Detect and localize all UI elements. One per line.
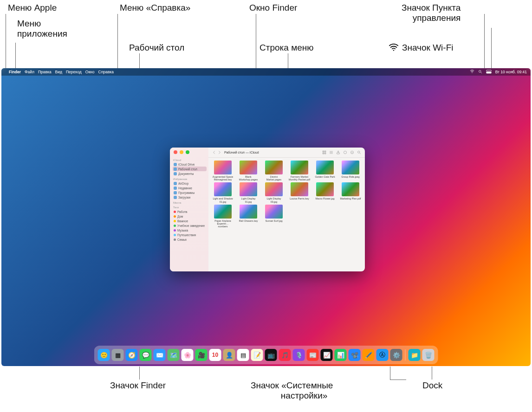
dock-keynote-icon[interactable]: 📽️ [349,349,361,361]
dock-finder-icon[interactable]: 🙂 [98,349,110,361]
dock-music-icon[interactable]: 🎵 [279,349,291,361]
file-item[interactable]: Macro Flower.jpg [314,182,336,203]
file-item[interactable]: Augmented Space Reimagined.key [212,161,234,181]
dock-appstore-icon[interactable]: Ⓐ [376,349,389,361]
tag-important[interactable]: Важное [173,219,207,223]
dock-stocks-icon[interactable]: 📈 [321,349,333,361]
dock-reminders-icon[interactable]: ▤ [237,349,249,361]
file-item[interactable]: Farmers Market Monthly Packet.pdf [289,161,310,181]
dock-trash-icon[interactable]: 🗑️ [422,349,435,361]
airdrop-row[interactable]: AirDrop [173,181,207,186]
dock-pages-icon[interactable]: 🖊️ [363,349,375,361]
app-menu[interactable]: Finder [9,70,21,74]
tag-family[interactable]: Семья [173,237,207,242]
action-button[interactable] [350,150,354,155]
callout-wifi-icon: Значок Wi-Fi [402,43,453,53]
file-name: Light Display 03.jpg [263,197,285,203]
menu-view[interactable]: Вид [55,70,62,74]
menu-file[interactable]: Файл [25,70,34,74]
close-button[interactable] [174,150,177,154]
file-thumbnail [214,182,232,196]
recents-row[interactable]: Недавние [173,186,207,190]
dock-calendar-icon[interactable]: 10 [209,349,221,361]
file-item[interactable]: Rail Chasers.key [238,205,259,228]
dock-photos-icon[interactable]: 🌸 [182,349,194,361]
window-controls[interactable] [174,150,189,154]
dock-messages-icon[interactable]: 💬 [140,349,152,361]
dock-numbers-icon[interactable]: 📊 [335,349,347,361]
file-item[interactable]: Sunset Surf.jpg [263,205,285,228]
file-item[interactable]: Paper Airplane Experim…numbers [212,205,234,228]
sidebar-item-label: Работа [177,210,187,213]
file-item[interactable]: Light Display 03.jpg [263,182,285,203]
tag-travel[interactable]: Путешествия [173,232,207,237]
svg-point-0 [393,50,394,51]
file-name: Golden Gate Park [314,175,336,178]
file-name: Marketing Plan.pdf [340,197,361,200]
menubar-clock[interactable]: Вт 10 нояб. 09:41 [495,70,527,74]
svg-rect-5 [486,72,491,73]
file-item[interactable]: Marketing Plan.pdf [340,182,361,203]
sidebar-item-label: AirDrop [178,182,188,185]
file-name: Group Ride.jpeg [340,175,361,178]
file-item[interactable]: Golden Gate Park [314,161,336,181]
menu-edit[interactable]: Правка [38,70,52,74]
menu-window[interactable]: Окно [85,70,95,74]
file-item[interactable]: Group Ride.jpeg [340,161,361,181]
menu-go[interactable]: Переход [66,70,82,74]
finder-window[interactable]: iCloudiCloud DriveРабочий столДокументыИ… [170,148,365,271]
view-icons-button[interactable] [322,150,326,155]
desktop-row[interactable]: Рабочий стол [173,167,207,171]
dock-downloads-icon[interactable]: 📁 [409,349,421,361]
minimize-button[interactable] [180,150,183,154]
zoom-button[interactable] [186,150,189,154]
file-name: Light and Shadow 01.jpg [212,197,234,203]
file-thumbnail [240,182,257,196]
share-button[interactable] [336,150,340,155]
downloads-row[interactable]: Загрузки [173,195,207,200]
dock-news-icon[interactable]: 📰 [307,349,319,361]
dock-podcasts-icon[interactable]: 🎙️ [293,349,305,361]
view-groups-button[interactable] [329,150,333,155]
file-thumbnail [214,205,232,219]
dock-notes-icon[interactable]: 📝 [251,349,263,361]
nav-fwd-button[interactable] [217,150,221,155]
dock-facetime-icon[interactable]: 🎥 [195,349,208,361]
menu-help[interactable]: Справка [98,70,114,74]
documents-row[interactable]: Документы [173,171,207,176]
file-item[interactable]: Louisa Parris.key [289,182,310,203]
svg-point-1 [472,72,472,73]
control-center-icon[interactable] [486,70,492,75]
file-item[interactable]: Light Display 01.jpg [238,182,259,203]
sidebar-section-label: Места [173,201,207,204]
spotlight-icon[interactable] [478,70,482,75]
dock-contacts-icon[interactable]: 👤 [223,349,235,361]
nav-back-button[interactable] [212,150,216,155]
file-item[interactable]: District Market.pages [263,161,285,181]
file-name: Sunset Surf.jpg [263,219,285,222]
callout-finder-window: Окно Finder [249,3,297,13]
wifi-icon[interactable] [470,69,474,75]
tag-work[interactable]: Работа [173,209,207,214]
icloud-drive-row[interactable]: iCloud Drive [173,162,207,167]
dock-safari-icon[interactable]: 🧭 [126,349,138,361]
dock-system-preferences-icon[interactable]: ⚙️ [390,349,402,361]
dock-launchpad-icon[interactable]: ▦ [112,349,124,361]
tag-music[interactable]: Музыка [173,228,207,232]
svg-point-16 [358,151,360,153]
file-thumbnail [291,161,308,174]
dock-tv-icon[interactable]: 📺 [265,349,277,361]
apps-row[interactable]: Программы [173,190,207,195]
file-item[interactable]: Blank Workshop.pages [238,161,259,181]
dock-maps-icon[interactable]: 🗺️ [168,349,180,361]
search-button[interactable] [357,150,361,155]
tag-school[interactable]: Учебное заведение [173,223,207,228]
tags-button[interactable] [343,150,347,155]
dock-mail-icon[interactable]: ✉️ [154,349,166,361]
file-name: Louisa Parris.key [289,197,310,200]
callout-help-menu: Меню «Справка» [120,3,190,13]
file-item[interactable]: Light and Shadow 01.jpg [212,182,234,203]
sidebar-section-label: Теги [173,206,207,209]
tag-home[interactable]: Дом [173,214,207,219]
callout-finder-icon: Значок Finder [110,380,166,391]
